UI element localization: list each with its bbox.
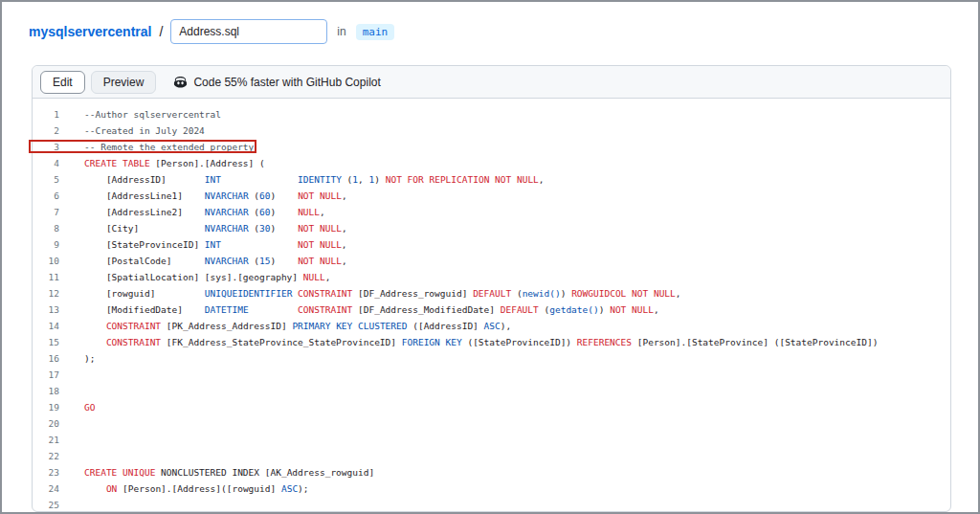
- line-number: 25: [33, 497, 59, 513]
- editor-toolbar: Edit Preview Code 55% faster with GitHub…: [33, 66, 950, 99]
- copilot-icon: [173, 75, 188, 89]
- filename-input[interactable]: [170, 19, 327, 44]
- code-line[interactable]: 21: [33, 432, 950, 448]
- code-text: [StateProvinceID] INT NOT NULL,: [84, 236, 347, 253]
- code-text: --Created in July 2024: [84, 123, 205, 139]
- in-label: in: [337, 25, 345, 38]
- code-line[interactable]: 24 ON [Person].[Address]([rowguid] ASC);: [33, 480, 950, 497]
- code-line[interactable]: 9 [StateProvinceID] INT NOT NULL,: [33, 236, 950, 253]
- line-number: 6: [33, 188, 59, 204]
- line-number: 12: [33, 285, 59, 302]
- code-text: ON [Person].[Address]([rowguid] ASC);: [84, 480, 309, 497]
- line-number: 7: [33, 204, 59, 220]
- code-text: [ModifiedDate] DATETIME CONSTRAINT [DF_A…: [84, 302, 659, 318]
- line-number: 3: [33, 139, 59, 155]
- code-editor[interactable]: 1--Author sqlservercentral2--Created in …: [33, 99, 950, 513]
- code-line[interactable]: 20: [33, 415, 950, 432]
- line-number: 2: [33, 123, 59, 139]
- line-number: 9: [33, 236, 59, 253]
- line-number: 10: [33, 253, 59, 269]
- line-number: 5: [33, 171, 59, 188]
- code-line[interactable]: 8 [City] NVARCHAR (30) NOT NULL,: [33, 220, 950, 236]
- code-line[interactable]: 19GO: [33, 399, 950, 415]
- line-number: 1: [33, 106, 59, 123]
- code-text: [AddressLine1] NVARCHAR (60) NOT NULL,: [84, 188, 347, 204]
- repo-link[interactable]: mysqlservercentral: [29, 24, 151, 39]
- branch-badge[interactable]: main: [356, 24, 395, 40]
- line-number: 16: [33, 350, 59, 367]
- code-text: [City] NVARCHAR (30) NOT NULL,: [84, 220, 347, 236]
- code-text: [SpatialLocation] [sys].[geography] NULL…: [84, 269, 330, 285]
- copilot-text: Code 55% faster with GitHub Copilot: [193, 76, 380, 89]
- line-number: 20: [33, 415, 59, 432]
- line-number: 21: [33, 432, 59, 448]
- code-line[interactable]: 11 [SpatialLocation] [sys].[geography] N…: [33, 269, 950, 285]
- breadcrumb-separator: /: [157, 24, 165, 39]
- code-line[interactable]: 1--Author sqlservercentral: [33, 106, 950, 123]
- code-line[interactable]: 22: [33, 448, 950, 464]
- breadcrumb: mysqlservercentral / in main: [0, 0, 980, 44]
- code-line[interactable]: 5 [AddressID] INT IDENTITY (1, 1) NOT FO…: [33, 171, 950, 188]
- line-number: 24: [33, 480, 59, 497]
- tab-edit[interactable]: Edit: [40, 71, 85, 94]
- code-line[interactable]: 14 CONSTRAINT [PK_Address_AddressID] PRI…: [33, 318, 950, 334]
- tab-preview[interactable]: Preview: [91, 71, 157, 94]
- code-line[interactable]: 7 [AddressLine2] NVARCHAR (60) NULL,: [33, 204, 950, 220]
- code-text: CREATE TABLE [Person].[Address] (: [84, 155, 265, 171]
- line-number: 14: [33, 318, 59, 334]
- code-line[interactable]: 15 CONSTRAINT [FK_Address_StateProvince_…: [33, 334, 950, 350]
- code-text: GO: [84, 399, 95, 415]
- code-line[interactable]: 12 [rowguid] UNIQUEIDENTIFIER CONSTRAINT…: [33, 285, 950, 302]
- code-text: [AddressLine2] NVARCHAR (60) NULL,: [84, 204, 325, 220]
- code-line[interactable]: 18: [33, 383, 950, 399]
- file-editor-card: Edit Preview Code 55% faster with GitHub…: [32, 65, 951, 512]
- code-line[interactable]: 3-- Remote the extended property: [33, 139, 950, 155]
- code-text: [rowguid] UNIQUEIDENTIFIER CONSTRAINT [D…: [84, 285, 681, 302]
- line-number: 17: [33, 367, 59, 383]
- code-line[interactable]: 10 [PostalCode] NVARCHAR (15) NOT NULL,: [33, 253, 950, 269]
- code-line[interactable]: 13 [ModifiedDate] DATETIME CONSTRAINT [D…: [33, 302, 950, 318]
- line-number: 4: [33, 155, 59, 171]
- line-number: 23: [33, 464, 59, 480]
- code-line[interactable]: 25: [33, 497, 950, 513]
- code-text: [AddressID] INT IDENTITY (1, 1) NOT FOR …: [84, 171, 545, 188]
- code-text: --Author sqlservercentral: [84, 106, 221, 123]
- line-number: 18: [33, 383, 59, 399]
- code-line[interactable]: 4CREATE TABLE [Person].[Address] (: [33, 155, 950, 171]
- code-line[interactable]: 2--Created in July 2024: [33, 123, 950, 139]
- line-number: 11: [33, 269, 59, 285]
- line-number: 13: [33, 302, 59, 318]
- copilot-promo[interactable]: Code 55% faster with GitHub Copilot: [173, 75, 380, 89]
- code-text: [PostalCode] NVARCHAR (15) NOT NULL,: [84, 253, 347, 269]
- code-text: );: [84, 350, 95, 367]
- code-line[interactable]: 23CREATE UNIQUE NONCLUSTERED INDEX [AK_A…: [33, 464, 950, 480]
- line-number: 22: [33, 448, 59, 464]
- code-line[interactable]: 16);: [33, 350, 950, 367]
- code-line[interactable]: 6 [AddressLine1] NVARCHAR (60) NOT NULL,: [33, 188, 950, 204]
- code-text: CONSTRAINT [FK_Address_StateProvince_Sta…: [84, 334, 878, 350]
- code-text: -- Remote the extended property: [84, 139, 254, 155]
- line-number: 19: [33, 399, 59, 415]
- line-number: 15: [33, 334, 59, 350]
- code-text: CONSTRAINT [PK_Address_AddressID] PRIMAR…: [84, 318, 511, 334]
- code-text: CREATE UNIQUE NONCLUSTERED INDEX [AK_Add…: [84, 464, 374, 480]
- line-number: 8: [33, 220, 59, 236]
- code-line[interactable]: 17: [33, 367, 950, 383]
